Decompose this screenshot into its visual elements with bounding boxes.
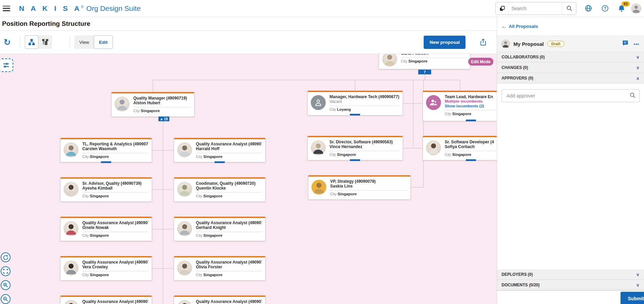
position-card-qa-49090722[interactable]: Quality Assurance Analyst (49090722) Oli… <box>174 256 266 281</box>
search-input[interactable] <box>509 6 562 11</box>
card-divider <box>445 151 497 151</box>
card-title: Sr. Advisor, Quality (49090739) <box>82 181 148 186</box>
proposal-sidebar: ← All Proposals My Proposal Draft ••• CO… <box>497 17 644 304</box>
help-icon[interactable]: ? <box>601 4 609 13</box>
avatar <box>177 142 192 157</box>
changes-section-header[interactable]: CHANGES (0) ∨ <box>497 62 644 73</box>
vacant-avatar-icon <box>311 95 326 110</box>
all-proposals-back-link[interactable]: ← All Proposals <box>497 17 644 36</box>
brand-name: N A K I S A <box>19 4 82 13</box>
card-divider <box>133 107 191 107</box>
position-card-team-lead-hardware[interactable]: Team Lead, Hardware En Multiple incumben… <box>423 91 497 121</box>
position-card-vp-strategy[interactable]: VP, Strategy (49090078) Saskia Lins City… <box>308 175 411 200</box>
org-chart-canvas[interactable]: Carla Pearson City Singapore 7 Edit Mode… <box>0 54 497 304</box>
deployers-section-header[interactable]: DEPLOYERS (0) ∨ <box>497 269 644 280</box>
card-name: Gisele Nowak <box>82 225 148 230</box>
children-count-badge[interactable]: 7 <box>418 70 431 74</box>
proposal-status-badge: Draft <box>547 41 564 47</box>
connector <box>152 268 174 269</box>
menu-icon[interactable] <box>3 6 10 11</box>
user-avatar[interactable] <box>631 3 641 14</box>
position-card-root[interactable]: Carla Pearson City Singapore <box>379 54 470 69</box>
collaborators-section-header[interactable]: COLLABORATORS (0) ∨ <box>497 52 644 62</box>
position-card-qa-49090721[interactable]: Quality Assurance Analyst (49090721) Ver… <box>60 256 152 281</box>
card-divider <box>82 192 148 193</box>
position-card-qa-49090728[interactable]: Quality Assurance Analyst (49090728) <box>174 296 266 304</box>
show-incumbents-link[interactable]: Show incumbents (2) <box>445 104 497 108</box>
approvers-section-header[interactable]: APPROVERS (0) ∧ <box>497 73 644 84</box>
zoom-out-button[interactable] <box>1 294 11 304</box>
card-scroll-indicator <box>350 114 360 115</box>
language-globe-icon[interactable] <box>584 4 592 13</box>
toolbar-divider <box>20 37 20 48</box>
card-city: City Singapore <box>196 155 262 159</box>
filter-settings-button[interactable] <box>0 58 13 72</box>
card-divider <box>401 57 467 58</box>
connector <box>403 148 423 148</box>
collapse-count-badge[interactable]: ∧ 19 <box>158 117 169 121</box>
avatar <box>177 261 192 275</box>
card-title: Quality Assurance Analyst (49090730) <box>196 142 262 146</box>
card-divider <box>329 151 399 151</box>
app-title: Org Design Suite <box>86 4 141 13</box>
vertical-layout-button[interactable] <box>25 35 38 49</box>
position-card-tl-reporting[interactable]: TL, Reporting & Analytics (49090713) Car… <box>60 138 152 162</box>
card-divider <box>329 106 399 106</box>
more-options-icon[interactable]: ••• <box>633 41 639 47</box>
position-card-coordinator[interactable]: Coodinator, Quality (49090720) Quentin K… <box>174 177 266 202</box>
sidebar-footer: Submit <box>497 290 644 304</box>
card-name: Alston Hubert <box>133 101 191 105</box>
share-icon[interactable] <box>479 38 487 46</box>
new-proposal-button[interactable]: New proposal <box>424 36 465 49</box>
view-mode-button[interactable]: View <box>74 35 94 49</box>
zoom-in-button[interactable] <box>1 280 11 290</box>
submit-button[interactable]: Submit <box>621 292 644 304</box>
connector <box>152 190 174 190</box>
connector <box>460 80 460 91</box>
fit-to-screen-button[interactable] <box>1 266 11 276</box>
comments-icon[interactable] <box>622 40 629 48</box>
search-icon[interactable] <box>562 2 576 15</box>
position-card-qa-49090723[interactable]: Quality Assurance Analyst (49090723) Gis… <box>60 217 152 241</box>
connector <box>152 150 174 150</box>
card-title: Quality Assurance Analyst (49090721) <box>82 260 148 265</box>
position-card-qa-49090727[interactable]: Quality Assurance Analyst (49090727) <box>60 296 152 304</box>
registered-mark: ® <box>81 5 83 9</box>
notifications-bell-icon[interactable]: 63 <box>617 4 626 13</box>
reset-orientation-button[interactable] <box>1 252 11 262</box>
card-city: City Singapore <box>196 273 262 277</box>
refresh-icon[interactable]: ↻ <box>3 38 12 47</box>
card-name: Sofiya Corbach <box>445 144 497 149</box>
app-window: N A K I S A® Org Design Suite ? 63 <box>0 0 644 304</box>
card-name: Gerhard Knight <box>196 225 262 230</box>
main-area: Position Reporting Structure ↻ View Edit… <box>0 17 497 304</box>
position-card-sr-software-dev[interactable]: Sr. Software Developer (4 Sofiya Corbach… <box>423 136 497 160</box>
approver-search-icon[interactable] <box>629 92 636 100</box>
connector <box>411 187 423 187</box>
documents-section-header[interactable]: DOCUMENTS (0/20) ∨ <box>497 280 644 290</box>
card-title: Team Lead, Hardware En <box>445 94 497 99</box>
scope-layers-icon[interactable] <box>496 2 509 15</box>
position-card-qa-49090724[interactable]: Quality Assurance Analyst (49090724) Ger… <box>174 217 266 241</box>
connector <box>153 80 153 92</box>
multiple-incumbents-label: Multiple incumbents <box>445 99 497 104</box>
card-city: City Singapore <box>330 192 407 196</box>
card-name: Vera Crowley <box>82 265 148 269</box>
add-approver-input[interactable] <box>506 93 629 99</box>
position-card-sr-director[interactable]: Sr. Director, Software (49090563) Vince … <box>307 136 403 160</box>
notification-count-badge: 63 <box>622 1 630 6</box>
position-card-quality-manager[interactable]: Quality Manager (49090719) Alston Hubert… <box>111 92 194 117</box>
position-card-manager-hardware[interactable]: Manager, Hardware Tech (49090677) Vacant… <box>307 91 403 115</box>
approvers-section-body <box>497 84 644 102</box>
position-card-sr-advisor[interactable]: Sr. Advisor, Quality (49090739) Ayesha K… <box>60 177 152 202</box>
card-city: City Singapore <box>133 109 191 113</box>
card-scroll-indicator <box>215 161 225 163</box>
horizontal-layout-button[interactable] <box>38 35 52 49</box>
avatar <box>177 182 192 197</box>
card-divider <box>445 110 497 110</box>
card-title: Sr. Director, Software (49090563) <box>329 140 399 144</box>
position-card-qa-49090730[interactable]: Quality Assurance Analyst (49090730) Har… <box>174 138 266 162</box>
card-scroll-indicator <box>101 161 111 163</box>
avatar <box>311 140 326 155</box>
edit-mode-button[interactable]: Edit <box>94 35 113 49</box>
